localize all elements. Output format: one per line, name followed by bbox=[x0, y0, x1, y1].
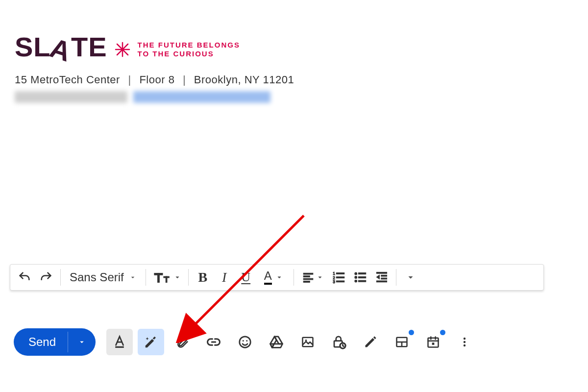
italic-icon: I bbox=[222, 270, 226, 285]
link-icon bbox=[206, 335, 221, 349]
compose-toolbar: Send bbox=[14, 328, 478, 356]
text-color-button[interactable]: A bbox=[257, 267, 290, 288]
font-size-button[interactable] bbox=[150, 267, 184, 288]
bulleted-list-button[interactable] bbox=[350, 267, 370, 288]
underline-icon: U bbox=[241, 270, 250, 285]
align-left-icon bbox=[302, 271, 315, 284]
svg-point-33 bbox=[305, 340, 307, 342]
more-formatting-button[interactable] bbox=[400, 267, 421, 288]
svg-rect-11 bbox=[303, 281, 310, 283]
address-part-1: 15 MetroTech Center bbox=[15, 74, 120, 86]
svg-point-31 bbox=[246, 340, 247, 342]
address-separator: | bbox=[123, 74, 136, 86]
svg-rect-21 bbox=[358, 273, 366, 274]
svg-rect-32 bbox=[303, 338, 313, 347]
redacted-line bbox=[15, 91, 294, 103]
redo-icon bbox=[39, 270, 53, 284]
numbered-list-icon: 1 2 3 bbox=[332, 270, 345, 284]
slate-tagline: THE FUTURE BELONGS TO THE CURIOUS bbox=[138, 41, 240, 59]
send-button[interactable]: Send bbox=[14, 328, 68, 356]
svg-rect-9 bbox=[303, 276, 310, 277]
svg-point-30 bbox=[243, 340, 244, 342]
svg-rect-24 bbox=[376, 272, 387, 274]
more-options-button[interactable] bbox=[451, 329, 478, 355]
underline-button[interactable]: U bbox=[236, 267, 256, 288]
svg-rect-7 bbox=[166, 276, 167, 282]
insert-drive-button[interactable] bbox=[263, 329, 290, 355]
svg-rect-17 bbox=[336, 281, 344, 282]
insert-link-button[interactable] bbox=[200, 329, 227, 355]
toolbar-divider bbox=[188, 269, 189, 286]
email-signature: SLATE THE FUTURE BELONGS TO THE CURIOUS … bbox=[15, 33, 294, 103]
toolbar-divider bbox=[60, 269, 61, 286]
send-options-button[interactable] bbox=[68, 328, 96, 356]
svg-rect-23 bbox=[358, 280, 366, 282]
schedule-send-button[interactable] bbox=[420, 329, 446, 355]
confidential-mode-button[interactable] bbox=[326, 329, 352, 355]
align-button[interactable] bbox=[298, 267, 327, 288]
svg-point-47 bbox=[464, 344, 466, 346]
svg-rect-27 bbox=[376, 281, 387, 282]
redo-button[interactable] bbox=[36, 267, 56, 288]
toolbar-divider bbox=[294, 269, 294, 286]
svg-text:3: 3 bbox=[333, 280, 335, 284]
indent-decrease-icon bbox=[375, 270, 389, 284]
chevron-down-icon bbox=[276, 274, 283, 281]
svg-rect-15 bbox=[336, 273, 344, 274]
insert-emoji-button[interactable] bbox=[232, 329, 258, 355]
address-separator: | bbox=[178, 74, 191, 86]
select-layout-button[interactable] bbox=[389, 329, 415, 355]
redacted-link bbox=[133, 91, 270, 103]
help-me-write-button[interactable] bbox=[138, 329, 164, 355]
svg-rect-40 bbox=[428, 338, 439, 347]
compose-window: { "signature": { "brand": "SLATE", "tagl… bbox=[0, 0, 588, 392]
insert-photo-button[interactable] bbox=[294, 329, 321, 355]
notification-dot bbox=[440, 330, 445, 335]
toolbar-divider bbox=[396, 269, 396, 286]
svg-point-29 bbox=[240, 337, 251, 348]
more-vertical-icon bbox=[459, 336, 470, 348]
numbered-list-button[interactable]: 1 2 3 bbox=[328, 267, 349, 288]
svg-rect-25 bbox=[381, 275, 387, 276]
svg-point-18 bbox=[355, 272, 357, 275]
insert-signature-button[interactable] bbox=[357, 329, 384, 355]
bold-icon: B bbox=[198, 270, 207, 285]
undo-button[interactable] bbox=[14, 267, 35, 288]
font-family-select[interactable]: Sans Serif bbox=[65, 267, 142, 288]
italic-button[interactable]: I bbox=[214, 267, 235, 288]
chevron-down-icon bbox=[174, 274, 181, 281]
svg-point-20 bbox=[355, 280, 357, 282]
svg-rect-16 bbox=[336, 277, 344, 278]
indent-decrease-button[interactable] bbox=[371, 267, 392, 288]
bold-button[interactable]: B bbox=[193, 267, 213, 288]
formatting-toolbar: Sans Serif B I U A bbox=[10, 264, 544, 291]
redacted-text bbox=[15, 91, 127, 103]
svg-rect-5 bbox=[157, 273, 159, 282]
calendar-icon bbox=[426, 335, 440, 349]
chevron-down-icon bbox=[406, 273, 415, 282]
drive-icon bbox=[269, 335, 284, 349]
undo-icon bbox=[18, 270, 31, 284]
svg-rect-28 bbox=[115, 346, 124, 348]
chevron-down-icon bbox=[129, 273, 137, 281]
font-family-label: Sans Serif bbox=[70, 270, 124, 284]
paperclip-icon bbox=[175, 335, 189, 349]
slate-logo: SLATE bbox=[15, 33, 107, 61]
address-part-3: Brooklyn, NY 11201 bbox=[194, 74, 294, 86]
svg-rect-26 bbox=[381, 278, 387, 279]
svg-point-46 bbox=[464, 341, 466, 343]
tagline-line2: TO THE CURIOUS bbox=[138, 49, 240, 59]
formatting-options-button[interactable] bbox=[106, 329, 133, 355]
bulleted-list-icon bbox=[353, 270, 367, 284]
svg-rect-22 bbox=[358, 277, 366, 278]
toolbar-divider bbox=[146, 269, 146, 286]
sparkle-pen-icon bbox=[144, 335, 158, 349]
chevron-down-icon bbox=[317, 274, 323, 281]
attach-file-button[interactable] bbox=[169, 329, 196, 355]
smiley-icon bbox=[238, 335, 252, 349]
tagline-line1: THE FUTURE BELONGS bbox=[138, 41, 240, 50]
pen-icon bbox=[364, 335, 377, 349]
signature-address: 15 MetroTech Center | Floor 8 | Brooklyn… bbox=[15, 74, 294, 86]
asterisk-icon bbox=[114, 41, 131, 58]
svg-rect-44 bbox=[432, 343, 435, 345]
